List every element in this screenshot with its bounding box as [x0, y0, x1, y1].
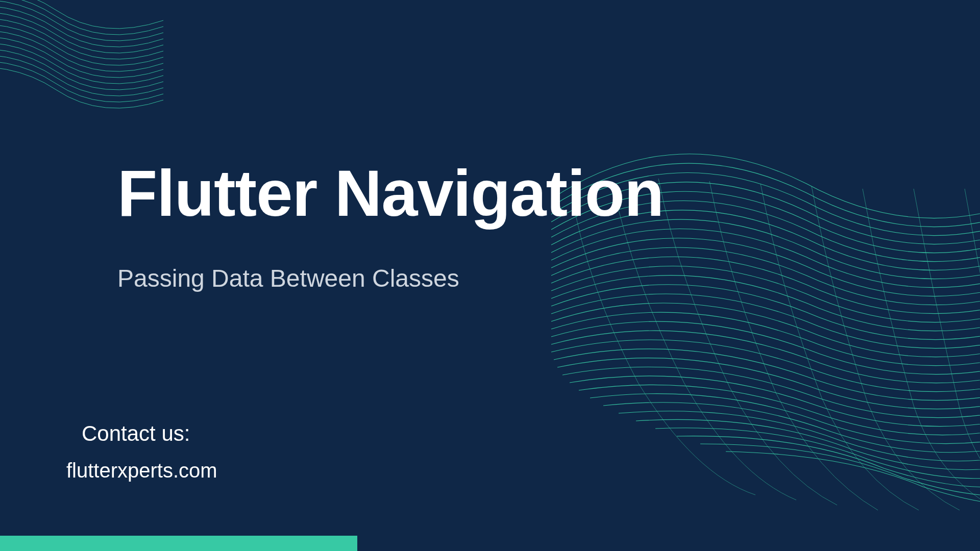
contact-block: Contact us: flutterxperts.com	[66, 421, 217, 482]
slide-subtitle: Passing Data Between Classes	[117, 264, 664, 292]
accent-bar	[0, 536, 357, 551]
contact-value: flutterxperts.com	[66, 459, 217, 482]
slide-title: Flutter Navigation	[117, 143, 664, 244]
contact-label: Contact us:	[82, 421, 217, 446]
slide: Flutter Navigation Passing Data Between …	[0, 0, 980, 551]
main-content: Flutter Navigation Passing Data Between …	[117, 143, 664, 292]
wave-lines-top-left-icon	[0, 0, 184, 122]
